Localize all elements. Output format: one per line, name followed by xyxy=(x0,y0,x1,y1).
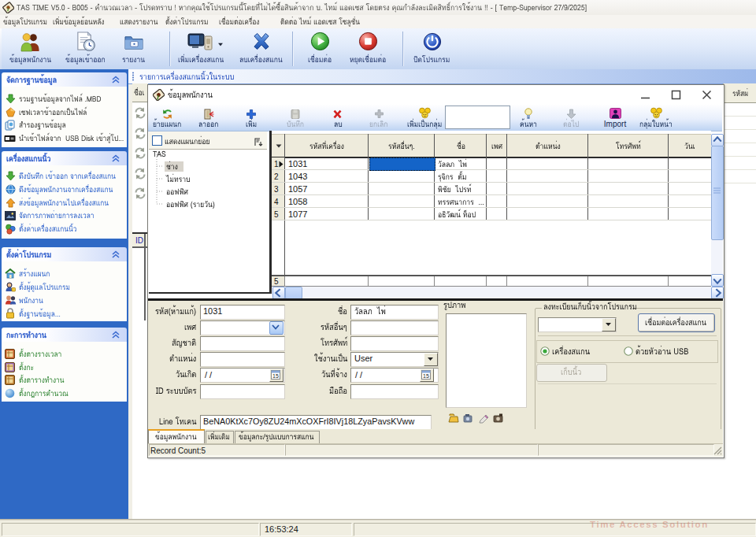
svg-text:15: 15 xyxy=(423,373,429,379)
svg-text:15: 15 xyxy=(272,373,279,379)
